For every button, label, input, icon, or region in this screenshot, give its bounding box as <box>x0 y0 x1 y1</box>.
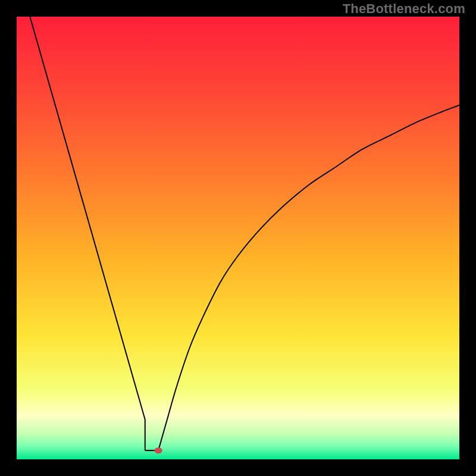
plot-area <box>17 17 459 459</box>
watermark-text: TheBottleneck.com <box>343 1 465 17</box>
chart-svg <box>17 17 459 459</box>
chart-container: TheBottleneck.com <box>0 0 476 476</box>
gradient-background <box>17 17 459 459</box>
minimum-marker <box>154 447 162 453</box>
